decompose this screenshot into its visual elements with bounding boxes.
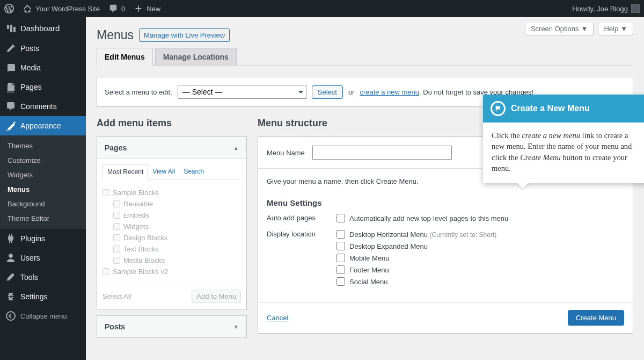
display-location-label: Display location bbox=[267, 230, 336, 289]
add-to-menu-button[interactable]: Add to Menu bbox=[192, 290, 241, 303]
chevron-down-icon: ▼ bbox=[581, 25, 588, 33]
site-name: Your WordPress Site bbox=[35, 5, 100, 13]
menu-name-label: Menu Name bbox=[267, 149, 305, 157]
page-checkbox-item[interactable]: Text Blocks bbox=[103, 243, 241, 255]
nav-label: Users bbox=[20, 254, 40, 262]
avatar bbox=[631, 4, 640, 13]
site-link[interactable]: Your WordPress Site bbox=[18, 0, 104, 17]
sub-customize[interactable]: Customize bbox=[0, 153, 86, 168]
page-checkbox-item[interactable]: Widgets bbox=[103, 221, 241, 232]
tab-search[interactable]: Search bbox=[179, 164, 208, 179]
page-checkbox-item[interactable]: Sample Blocks bbox=[103, 187, 241, 198]
tab-edit-menus[interactable]: Edit Menus bbox=[97, 48, 153, 66]
nav-label: Comments bbox=[20, 102, 57, 111]
sub-background[interactable]: Background bbox=[0, 197, 86, 211]
menu-select[interactable]: — Select — bbox=[178, 85, 306, 99]
comments-link[interactable]: 0 bbox=[104, 0, 129, 17]
nav-tabs: Edit Menus Manage Locations bbox=[97, 48, 633, 66]
nav-label: Dashboard bbox=[20, 24, 60, 33]
accordion-posts: Posts▼ bbox=[97, 315, 247, 338]
wp-logo[interactable] bbox=[0, 0, 18, 17]
location-checkbox-row[interactable]: Desktop Horizontal Menu (Currently set t… bbox=[336, 230, 496, 239]
collapse-menu[interactable]: Collapse menu bbox=[0, 306, 86, 326]
accordion-posts-toggle[interactable]: Posts▼ bbox=[97, 316, 246, 337]
tour-body: Click the create a new menu link to crea… bbox=[483, 123, 644, 183]
create-menu-button[interactable]: Create Menu bbox=[568, 310, 624, 326]
location-checkbox-row[interactable]: Social Menu bbox=[336, 277, 496, 286]
tour-header: Create a New Menu bbox=[483, 95, 644, 123]
nav-label: Pages bbox=[20, 83, 42, 91]
display-locations-list: Desktop Horizontal Menu (Currently set t… bbox=[336, 230, 496, 289]
nav-posts[interactable]: Posts bbox=[0, 39, 86, 58]
auto-add-label: Auto add pages bbox=[267, 214, 336, 226]
add-items-heading: Add menu items bbox=[97, 118, 247, 129]
nav-label: Settings bbox=[20, 292, 48, 301]
comments-count: 0 bbox=[121, 5, 125, 13]
help-button[interactable]: Help ▼ bbox=[598, 23, 633, 35]
pages-filter-tabs: Most Recent View All Search bbox=[103, 164, 241, 179]
tour-popover: Create a New Menu Click the create a new… bbox=[483, 95, 644, 183]
or-text: or bbox=[348, 88, 355, 96]
select-button[interactable]: Select bbox=[312, 85, 343, 99]
tour-title: Create a New Menu bbox=[511, 104, 590, 113]
appearance-submenu: Themes Customize Widgets Menus Backgroun… bbox=[0, 135, 86, 229]
nav-pages[interactable]: Pages bbox=[0, 77, 86, 97]
admin-sidebar: Dashboard Posts Media Pages Comments App… bbox=[0, 17, 86, 360]
chevron-down-icon: ▼ bbox=[620, 25, 627, 33]
location-checkbox-row[interactable]: Footer Menu bbox=[336, 265, 496, 274]
create-new-menu-link[interactable]: create a new menu bbox=[360, 88, 419, 96]
sub-theme-editor[interactable]: Theme Editor bbox=[0, 211, 86, 226]
sub-widgets[interactable]: Widgets bbox=[0, 168, 86, 182]
nav-settings[interactable]: Settings bbox=[0, 287, 86, 306]
tab-view-all[interactable]: View All bbox=[148, 164, 179, 179]
svg-point-0 bbox=[6, 312, 15, 320]
tab-most-recent[interactable]: Most Recent bbox=[103, 164, 148, 179]
chevron-up-icon: ▲ bbox=[233, 145, 239, 151]
menu-settings-heading: Menu Settings bbox=[267, 198, 624, 207]
flag-icon bbox=[491, 101, 506, 116]
tab-manage-locations[interactable]: Manage Locations bbox=[155, 48, 237, 66]
nav-tools[interactable]: Tools bbox=[0, 268, 86, 287]
nav-dashboard[interactable]: Dashboard bbox=[0, 17, 86, 39]
select-all-link[interactable]: Select All bbox=[103, 292, 131, 300]
nav-label: Media bbox=[20, 63, 41, 72]
pages-checklist: Sample BlocksReusableEmbedsWidgetsDesign… bbox=[103, 185, 241, 279]
page-checkbox-item[interactable]: Sample Blocks v2 bbox=[103, 266, 241, 277]
screen-options-button[interactable]: Screen Options ▼ bbox=[525, 23, 594, 35]
accordion-pages-toggle[interactable]: Pages▲ bbox=[97, 137, 246, 159]
new-link[interactable]: New bbox=[129, 0, 165, 17]
nav-comments[interactable]: Comments bbox=[0, 97, 86, 116]
sub-themes[interactable]: Themes bbox=[0, 139, 86, 153]
page-checkbox-item[interactable]: Reusable bbox=[103, 198, 241, 210]
accordion-pages: Pages▲ Most Recent View All Search Sampl… bbox=[97, 136, 247, 310]
nav-label: Plugins bbox=[20, 234, 45, 243]
location-checkbox-row[interactable]: Mobile Menu bbox=[336, 254, 496, 262]
content-area: Screen Options ▼ Help ▼ Menus Manage wit… bbox=[86, 17, 644, 360]
menu-name-input[interactable] bbox=[312, 146, 452, 160]
page-checkbox-item[interactable]: Design Blocks bbox=[103, 232, 241, 243]
howdy-link[interactable]: Howdy, Joe Blogg bbox=[568, 0, 644, 17]
manage-live-preview-button[interactable]: Manage with Live Preview bbox=[139, 28, 230, 42]
chevron-down-icon: ▼ bbox=[233, 324, 239, 330]
nav-media[interactable]: Media bbox=[0, 58, 86, 77]
new-label: New bbox=[147, 5, 160, 13]
howdy-text: Howdy, Joe Blogg bbox=[572, 5, 628, 13]
nav-appearance[interactable]: Appearance bbox=[0, 116, 86, 135]
sub-menus[interactable]: Menus bbox=[0, 182, 86, 197]
nav-label: Posts bbox=[20, 44, 39, 53]
nav-users[interactable]: Users bbox=[0, 248, 86, 268]
auto-add-checkbox-row[interactable]: Automatically add new top-level pages to… bbox=[336, 214, 508, 222]
nav-plugins[interactable]: Plugins bbox=[0, 229, 86, 248]
admin-bar: Your WordPress Site 0 New Howdy, Joe Blo… bbox=[0, 0, 644, 17]
nav-label: Collapse menu bbox=[20, 312, 67, 320]
location-checkbox-row[interactable]: Desktop Expanded Menu bbox=[336, 242, 496, 250]
select-menu-label: Select a menu to edit: bbox=[105, 88, 172, 96]
nav-label: Appearance bbox=[20, 121, 61, 130]
auto-add-checkbox[interactable] bbox=[336, 214, 345, 222]
nav-label: Tools bbox=[20, 273, 38, 282]
cancel-link[interactable]: Cancel bbox=[267, 314, 288, 322]
page-checkbox-item[interactable]: Media Blocks bbox=[103, 255, 241, 266]
page-checkbox-item[interactable]: Embeds bbox=[103, 210, 241, 221]
